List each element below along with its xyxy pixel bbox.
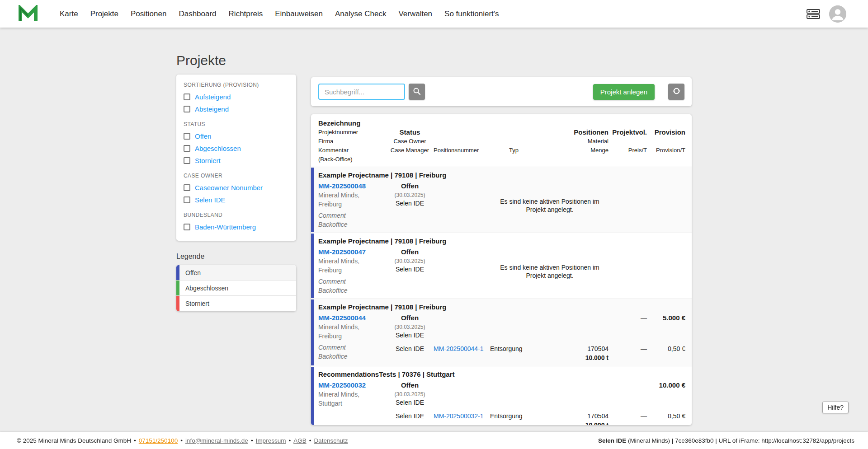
impressum-link[interactable]: Impressum xyxy=(256,437,286,444)
copyright-text: © 2025 Mineral Minds Deutschland GmbH xyxy=(17,437,131,444)
checkbox-selen-ide[interactable] xyxy=(184,196,190,203)
filter-panel: SORTIERUNG (PROVISION) Aufsteigend Abste… xyxy=(176,75,296,241)
case-owner: Selen IDE xyxy=(386,265,434,274)
nav-einbauweisen[interactable]: Einbauweisen xyxy=(275,9,323,19)
position-preis-t: — xyxy=(609,412,647,425)
legend-color-abgeschlossen xyxy=(176,281,179,295)
checkbox-aufsteigend[interactable] xyxy=(184,94,190,100)
nav-dashboard[interactable]: Dashboard xyxy=(179,9,216,19)
position-provision: 0,50 € xyxy=(647,412,685,425)
help-button[interactable]: Hilfe? xyxy=(822,402,849,413)
search-input[interactable] xyxy=(318,84,405,100)
no-positions-message: Es sind keine aktiven Positionen im Proj… xyxy=(490,263,609,280)
project-status: Offen (30.03.2025) xyxy=(386,313,434,331)
nav-richtpreis[interactable]: Richtpreis xyxy=(229,9,263,19)
filter-option-storniert[interactable]: Storniert xyxy=(184,155,289,166)
checkbox-offen[interactable] xyxy=(184,133,190,140)
col-bezeichnung: Bezeichnung Projektnummer Firma Kommenta… xyxy=(318,119,386,164)
legend-title: Legende xyxy=(176,253,296,261)
project-title: Example Projectname | 79108 | Freiburg xyxy=(311,233,692,248)
refresh-button[interactable] xyxy=(668,84,684,100)
nav-so-funktionierts[interactable]: So funktioniert's xyxy=(444,9,499,19)
project-comment: Comment xyxy=(318,343,383,352)
user-avatar[interactable] xyxy=(829,5,846,23)
projects-table: Bezeichnung Projektnummer Firma Kommenta… xyxy=(311,114,692,425)
filter-option-aufsteigend[interactable]: Aufsteigend xyxy=(184,91,289,102)
project-company: Mineral Minds, xyxy=(318,257,383,266)
email-link[interactable]: info@mineral-minds.de xyxy=(185,437,248,444)
status-strip xyxy=(311,168,314,232)
provision-value: 5.000 € xyxy=(647,313,685,340)
session-user: Selen IDE xyxy=(598,437,626,444)
project-title: Example Projectname | 79108 | Freiburg xyxy=(311,299,692,313)
datenschutz-link[interactable]: Datenschutz xyxy=(314,437,348,444)
footer: © 2025 Mineral Minds Deutschland GmbH • … xyxy=(0,432,868,449)
agb-link[interactable]: AGB xyxy=(293,437,307,444)
checkbox-absteigend[interactable] xyxy=(184,106,190,112)
filter-section-case-owner: CASE OWNER xyxy=(184,173,289,179)
checkbox-baden-wuerttemberg[interactable] xyxy=(184,224,190,230)
session-info: Selen IDE (Mineral Minds) | 7ce360e83fb0… xyxy=(598,437,854,444)
legend-color-offen xyxy=(176,265,179,280)
search-button[interactable] xyxy=(409,84,425,100)
provision-value: 10.000 € xyxy=(647,381,685,407)
nav-karte[interactable]: Karte xyxy=(60,9,78,19)
position-menge: 10.000 t xyxy=(566,353,609,362)
filter-section-bundesland: BUNDESLAND xyxy=(184,212,289,218)
filter-option-baden-wuerttemberg[interactable]: Baden-Württemberg xyxy=(184,221,289,232)
checkbox-abgeschlossen[interactable] xyxy=(184,145,190,152)
project-city: Stuttgart xyxy=(318,399,383,408)
project-city: Freiburg xyxy=(318,332,383,341)
mineral-minds-logo[interactable] xyxy=(18,5,39,23)
col-projektvol: Projektvol. Preis/T xyxy=(609,119,647,164)
project-city: Freiburg xyxy=(318,200,383,209)
col-typ: Typ xyxy=(490,119,566,164)
project-number-link[interactable]: MM-202500047 xyxy=(318,248,383,257)
position-preis-t: — xyxy=(609,344,647,362)
filter-option-abgeschlossen[interactable]: Abgeschlossen xyxy=(184,143,289,154)
position-number-link[interactable]: MM-202500044-1 xyxy=(434,345,484,352)
project-number-link[interactable]: MM-202500044 xyxy=(318,313,383,323)
filter-option-selen-ide[interactable]: Selen IDE xyxy=(184,194,289,205)
case-owner: Selen IDE xyxy=(386,331,434,340)
project-comment: Backoffice xyxy=(318,352,383,361)
project-comment: Comment xyxy=(318,211,383,220)
legend-item-storniert: Storniert xyxy=(176,296,296,311)
checkbox-storniert[interactable] xyxy=(184,157,190,164)
position-row: Selen IDE MM-202500044-1 Entsorgung 1705… xyxy=(386,342,685,362)
position-provision: 0,50 € xyxy=(647,344,685,362)
legend-item-offen: Offen xyxy=(176,265,296,281)
project-title: RecommendationsTests | 70376 | Stuttgart xyxy=(311,366,692,381)
project-row: Example Projectname | 79108 | Freiburg M… xyxy=(311,299,692,366)
legend-item-abgeschlossen: Abgeschlossen xyxy=(176,281,296,296)
nav-projekte[interactable]: Projekte xyxy=(90,9,118,19)
project-status: Offen (30.03.2025) xyxy=(386,182,434,199)
project-number-link[interactable]: MM-202500032 xyxy=(318,381,383,390)
project-comment: Backoffice xyxy=(318,286,383,295)
page-title: Projekte xyxy=(176,53,692,68)
project-comment: Backoffice xyxy=(318,220,383,229)
legend: Offen Abgeschlossen Storniert xyxy=(176,265,296,311)
project-row: Example Projectname | 79108 | Freiburg M… xyxy=(311,233,692,299)
project-company: Mineral Minds, xyxy=(318,323,383,332)
main-nav: Karte Projekte Positionen Dashboard Rich… xyxy=(60,9,499,19)
case-manager: Selen IDE xyxy=(386,412,434,425)
col-positionsnummer: Positionsnummer xyxy=(434,119,490,164)
nav-analyse-check[interactable]: Analyse Check xyxy=(335,9,386,19)
project-company: Mineral Minds, xyxy=(318,390,383,399)
position-number-link[interactable]: MM-202500032-1 xyxy=(434,412,484,420)
nav-verwalten[interactable]: Verwalten xyxy=(398,9,432,19)
project-company: Mineral Minds, xyxy=(318,191,383,200)
filter-option-caseowner-nonumber[interactable]: Caseowner Nonumber xyxy=(184,182,289,193)
case-owner: Selen IDE xyxy=(386,199,434,208)
project-status: Offen (30.03.2025) xyxy=(386,248,434,265)
checkbox-caseowner-nonumber[interactable] xyxy=(184,184,190,191)
create-project-button[interactable]: Projekt anlegen xyxy=(593,84,655,100)
filter-section-sortierung: SORTIERUNG (PROVISION) xyxy=(184,82,289,88)
phone-link[interactable]: 07151/250100 xyxy=(139,437,178,444)
filter-option-offen[interactable]: Offen xyxy=(184,131,289,141)
nav-positionen[interactable]: Positionen xyxy=(131,9,166,19)
project-number-link[interactable]: MM-202500048 xyxy=(318,182,383,191)
server-icon[interactable] xyxy=(807,9,820,19)
filter-option-absteigend[interactable]: Absteigend xyxy=(184,103,289,114)
